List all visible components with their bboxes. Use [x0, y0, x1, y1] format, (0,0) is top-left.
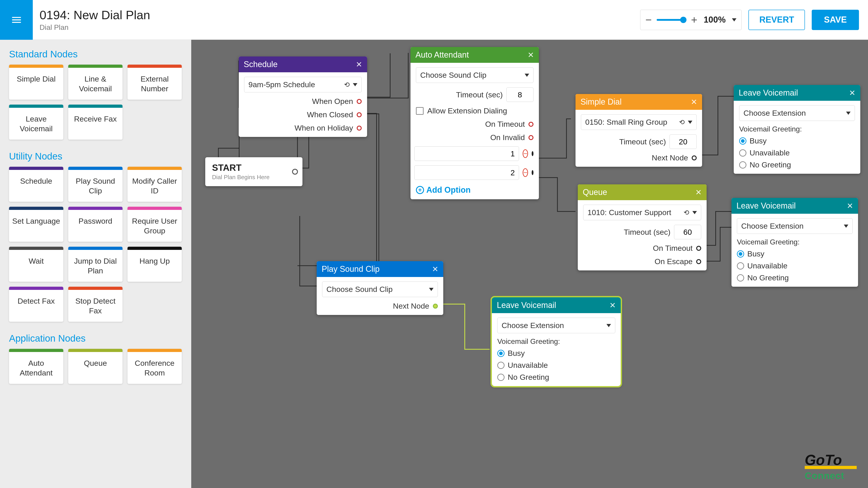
voicemail-node-2[interactable]: Leave Voicemail ✕ Choose Extension Voice… [732, 198, 858, 287]
zoom-dropdown-icon[interactable] [732, 18, 737, 22]
zoom-thumb[interactable] [680, 17, 686, 23]
palette-node[interactable]: Set Language [9, 207, 63, 242]
when-open-port[interactable] [357, 99, 362, 104]
chevron-down-icon[interactable] [607, 324, 611, 327]
add-option-button[interactable]: + Add Option [416, 185, 533, 195]
when-holiday-port[interactable] [357, 126, 362, 131]
zoom-out-button[interactable]: − [645, 14, 652, 25]
remove-option-icon[interactable]: − [523, 149, 528, 158]
palette-node[interactable]: Receive Fax [68, 105, 123, 140]
link-icon[interactable]: ⟲ [344, 80, 350, 89]
chevron-down-icon[interactable] [692, 211, 697, 214]
palette-node[interactable]: Wait [9, 247, 63, 282]
vm1-header[interactable]: Leave Voicemail ✕ [734, 85, 860, 101]
aa-on-timeout-port[interactable] [528, 122, 533, 127]
close-icon[interactable]: ✕ [610, 301, 616, 310]
aa-on-invalid-port[interactable] [528, 135, 533, 140]
vm2-ext-select[interactable]: Choose Extension [737, 218, 852, 234]
close-icon[interactable]: ✕ [432, 265, 438, 273]
vm2-busy-radio[interactable] [737, 250, 744, 258]
chevron-down-icon[interactable] [688, 121, 692, 124]
ps-next-port[interactable] [433, 304, 438, 308]
palette-node[interactable]: Line & Voicemail [68, 65, 123, 100]
play-sound-header[interactable]: Play Sound Clip ✕ [317, 261, 443, 277]
palette-node[interactable]: Stop Detect Fax [68, 287, 123, 322]
vm-unavail-radio[interactable] [497, 362, 504, 369]
queue-node[interactable]: Queue ✕ 1010: Customer Support ⟲ Timeout… [578, 184, 707, 270]
vm2-nogreeting-radio[interactable] [737, 274, 744, 282]
queue-header[interactable]: Queue ✕ [578, 184, 707, 200]
queue-target-select[interactable]: 1010: Customer Support ⟲ [583, 205, 701, 220]
vm-ext-select[interactable]: Choose Extension [497, 318, 615, 333]
palette-node[interactable]: Auto Attendant [9, 349, 63, 384]
schedule-node[interactable]: Schedule ✕ 9am-5pm Schedule ⟲ When Open … [239, 57, 367, 137]
chevron-down-icon[interactable] [353, 83, 358, 86]
close-icon[interactable]: ✕ [695, 188, 702, 197]
palette-node[interactable]: Conference Room [127, 349, 182, 384]
vm-busy-radio[interactable] [497, 350, 504, 357]
palette-node[interactable]: Queue [68, 349, 123, 384]
palette-node[interactable]: Jump to Dial Plan [68, 247, 123, 282]
start-node[interactable]: START Dial Plan Begins Here [205, 157, 303, 186]
palette-node[interactable]: Require User Group [127, 207, 182, 242]
link-icon[interactable]: ⟲ [684, 208, 689, 217]
queue-timeout-input[interactable] [674, 225, 701, 239]
aa-option2-input[interactable] [414, 165, 519, 180]
sd-timeout-input[interactable] [670, 134, 697, 149]
save-button[interactable]: SAVE [812, 10, 859, 30]
aa-option1-input[interactable] [414, 147, 519, 161]
queue-on-timeout-port[interactable] [696, 246, 701, 251]
close-icon[interactable]: ✕ [528, 51, 534, 59]
palette-node[interactable]: Leave Voicemail [9, 105, 63, 140]
link-icon[interactable]: ⟲ [679, 118, 685, 126]
simple-dial-node[interactable]: Simple Dial ✕ 0150: Small Ring Group ⟲ T… [576, 94, 702, 167]
chevron-down-icon[interactable] [844, 225, 848, 228]
aa-soundclip-select[interactable]: Choose Sound Clip [416, 67, 533, 83]
palette-node[interactable]: Play Sound Clip [68, 167, 123, 202]
close-icon[interactable]: ✕ [849, 88, 855, 97]
palette-node[interactable]: Modify Caller ID [127, 167, 182, 202]
vm1-ext-select[interactable]: Choose Extension [739, 105, 855, 121]
close-icon[interactable]: ✕ [356, 60, 362, 69]
start-output-port[interactable] [292, 169, 298, 175]
menu-button[interactable] [0, 0, 33, 40]
auto-attendant-header[interactable]: Auto Attendant ✕ [410, 47, 539, 63]
voicemail-node-1[interactable]: Leave Voicemail ✕ Choose Extension Voice… [734, 85, 860, 174]
schedule-select[interactable]: 9am-5pm Schedule ⟲ [244, 77, 362, 92]
chevron-down-icon[interactable] [525, 74, 529, 77]
revert-button[interactable]: REVERT [748, 10, 805, 30]
remove-option-icon[interactable]: − [523, 168, 528, 177]
sd-target-select[interactable]: 0150: Small Ring Group ⟲ [581, 114, 697, 130]
close-icon[interactable]: ✕ [847, 201, 853, 210]
when-closed-port[interactable] [357, 112, 362, 117]
aa-option2-port[interactable] [532, 170, 533, 175]
play-sound-node[interactable]: Play Sound Clip ✕ Choose Sound Clip Next… [317, 261, 443, 315]
zoom-in-button[interactable]: + [691, 14, 698, 25]
vm2-header[interactable]: Leave Voicemail ✕ [732, 198, 858, 214]
ps-soundclip-select[interactable]: Choose Sound Clip [322, 282, 438, 297]
vm1-busy-radio[interactable] [739, 137, 746, 144]
voicemail-node-selected[interactable]: Leave Voicemail ✕ Choose Extension Voice… [492, 297, 621, 386]
palette-node[interactable]: Detect Fax [9, 287, 63, 322]
vm-nogreeting-radio[interactable] [497, 374, 504, 381]
palette-node[interactable]: Hang Up [127, 247, 182, 282]
chevron-down-icon[interactable] [429, 288, 434, 291]
chevron-down-icon[interactable] [846, 111, 850, 115]
allow-ext-checkbox[interactable] [416, 107, 424, 115]
palette-node[interactable]: Simple Dial [9, 65, 63, 100]
vm1-unavail-radio[interactable] [739, 149, 746, 157]
schedule-header[interactable]: Schedule ✕ [239, 57, 367, 72]
palette-node[interactable]: External Number [127, 65, 182, 100]
flow-canvas[interactable]: START Dial Plan Begins Here Schedule ✕ 9… [191, 40, 868, 488]
auto-attendant-node[interactable]: Auto Attendant ✕ Choose Sound Clip Timeo… [410, 47, 539, 199]
vm2-unavail-radio[interactable] [737, 262, 744, 269]
vm1-nogreeting-radio[interactable] [739, 161, 746, 168]
queue-on-escape-port[interactable] [696, 259, 701, 264]
sd-next-port[interactable] [692, 156, 697, 160]
simple-dial-header[interactable]: Simple Dial ✕ [576, 94, 702, 110]
vm-header[interactable]: Leave Voicemail ✕ [492, 297, 621, 313]
close-icon[interactable]: ✕ [691, 97, 697, 106]
palette-node[interactable]: Schedule [9, 167, 63, 202]
aa-timeout-input[interactable] [506, 88, 533, 102]
zoom-slider[interactable] [657, 19, 686, 21]
